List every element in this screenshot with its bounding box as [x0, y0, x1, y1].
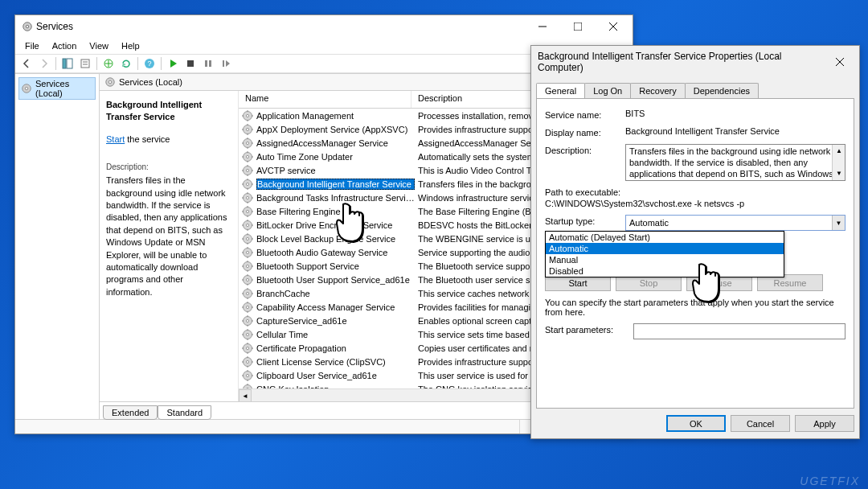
- prop-tabs: General Log On Recovery Dependencies: [531, 80, 859, 98]
- menu-view[interactable]: View: [84, 40, 113, 51]
- svg-point-53: [246, 183, 248, 185]
- chevron-down-icon[interactable]: ▼: [832, 216, 845, 230]
- hint-text: You can specify the start parameters tha…: [545, 298, 845, 317]
- tree-node-services-local[interactable]: Services (Local): [18, 77, 96, 100]
- forward-button[interactable]: [36, 55, 52, 72]
- svg-point-101: [246, 292, 248, 294]
- maximize-button[interactable]: [560, 15, 596, 38]
- desc-scrollbar[interactable]: ▲▼: [832, 145, 845, 180]
- tab-logon[interactable]: Log On: [584, 83, 631, 98]
- desc-heading: Description:: [106, 162, 231, 173]
- back-button[interactable]: [18, 55, 35, 72]
- svg-rect-8: [81, 60, 89, 68]
- tab-standard[interactable]: Standard: [158, 405, 211, 420]
- service-name: Background Intelligent Transfer Service: [256, 179, 415, 190]
- prop-title: Background Intelligent Transfer Service …: [538, 51, 822, 73]
- svg-rect-3: [574, 23, 582, 31]
- service-name: CNG Key Isolation: [256, 384, 415, 389]
- svg-point-143: [246, 388, 248, 388]
- service-name: Capability Access Manager Service: [256, 302, 415, 312]
- close-button[interactable]: [822, 51, 858, 73]
- selected-service-name: Background Intelligent Transfer Service: [106, 99, 231, 124]
- pause-service-button[interactable]: [200, 55, 216, 72]
- properties-button[interactable]: [77, 55, 93, 72]
- svg-rect-6: [63, 59, 66, 68]
- menu-file[interactable]: File: [20, 40, 44, 51]
- tab-dependencies[interactable]: Dependencies: [685, 83, 759, 98]
- tab-general[interactable]: General: [536, 83, 585, 98]
- properties-dialog: Background Intelligent Transfer Service …: [530, 45, 860, 439]
- svg-point-125: [246, 347, 248, 349]
- startup-option[interactable]: Manual: [546, 254, 784, 265]
- startup-option[interactable]: Disabled: [546, 265, 784, 277]
- services-app-icon: [22, 21, 33, 32]
- startup-option[interactable]: Automatic (Delayed Start): [546, 232, 784, 243]
- show-hide-tree-button[interactable]: [59, 55, 76, 72]
- col-name[interactable]: Name: [239, 91, 411, 108]
- service-name: Auto Time Zone Updater: [256, 152, 415, 162]
- svg-point-47: [246, 169, 248, 171]
- apply-button[interactable]: Apply: [795, 415, 854, 432]
- tab-recovery[interactable]: Recovery: [630, 83, 685, 98]
- svg-point-1: [26, 25, 29, 28]
- svg-point-95: [246, 278, 248, 281]
- minimize-button[interactable]: [525, 15, 560, 38]
- start-service-button[interactable]: [165, 55, 181, 72]
- menu-help[interactable]: Help: [117, 40, 145, 51]
- scroll-down-icon[interactable]: ▼: [833, 167, 845, 180]
- scroll-left-button[interactable]: ◄: [239, 389, 252, 402]
- gear-icon: [21, 83, 32, 94]
- startup-option[interactable]: Automatic: [546, 243, 784, 254]
- svg-text:?: ?: [147, 60, 151, 68]
- restart-service-button[interactable]: [218, 55, 234, 72]
- svg-point-77: [246, 237, 248, 240]
- description-label: Description:: [545, 144, 616, 155]
- service-name: Background Tasks Infrastructure Service: [256, 193, 415, 203]
- start-link[interactable]: Start: [106, 134, 125, 144]
- startup-type-dropdown[interactable]: Automatic (Delayed Start)AutomaticManual…: [545, 231, 784, 277]
- close-button[interactable]: [596, 15, 631, 38]
- svg-point-23: [246, 114, 248, 117]
- service-name: AppX Deployment Service (AppXSVC): [256, 125, 415, 134]
- path-value: C:\WINDOWS\System32\svchost.exe -k netsv…: [545, 199, 845, 208]
- service-name: BranchCache: [256, 289, 415, 298]
- service-name: CaptureService_ad61e: [256, 316, 415, 326]
- services-titlebar: Services: [15, 15, 633, 38]
- start-params-label: Start parameters:: [545, 323, 624, 335]
- description-box[interactable]: Transfers files in the background using …: [625, 144, 845, 181]
- ok-button[interactable]: OK: [666, 415, 726, 432]
- svg-point-41: [246, 155, 248, 158]
- svg-rect-7: [67, 59, 72, 68]
- svg-point-59: [246, 196, 248, 199]
- svg-point-89: [246, 265, 248, 267]
- service-name: Base Filtering Engine: [256, 207, 415, 216]
- info-panel: Background Intelligent Transfer Service …: [100, 91, 238, 401]
- svg-point-29: [246, 128, 248, 130]
- startup-type-combo[interactable]: Automatic ▼: [625, 215, 845, 231]
- gear-icon: [104, 76, 116, 88]
- svg-point-119: [246, 333, 248, 335]
- svg-point-71: [246, 224, 248, 226]
- svg-point-65: [246, 210, 248, 212]
- service-name-label: Service name:: [545, 109, 616, 120]
- tree-pane: Services (Local): [15, 74, 100, 419]
- svg-point-83: [246, 251, 248, 253]
- service-name: Bluetooth User Support Service_ad61e: [256, 275, 415, 285]
- help-button[interactable]: ?: [141, 55, 158, 72]
- svg-point-107: [246, 306, 248, 308]
- watermark: UGETFIX: [800, 475, 860, 487]
- service-name-value: BITS: [625, 109, 845, 118]
- menu-action[interactable]: Action: [47, 40, 82, 51]
- prop-titlebar: Background Intelligent Transfer Service …: [531, 46, 859, 78]
- tab-extended[interactable]: Extended: [103, 405, 158, 420]
- scroll-up-icon[interactable]: ▲: [833, 145, 845, 158]
- export-button[interactable]: [100, 55, 117, 72]
- svg-rect-16: [209, 60, 211, 67]
- start-params-input[interactable]: [633, 323, 845, 339]
- svg-point-113: [246, 319, 248, 322]
- refresh-button[interactable]: [118, 55, 134, 72]
- svg-point-21: [108, 80, 112, 84]
- stop-service-button[interactable]: [182, 55, 199, 72]
- service-name: Cellular Time: [256, 330, 415, 339]
- cancel-button[interactable]: Cancel: [731, 415, 790, 432]
